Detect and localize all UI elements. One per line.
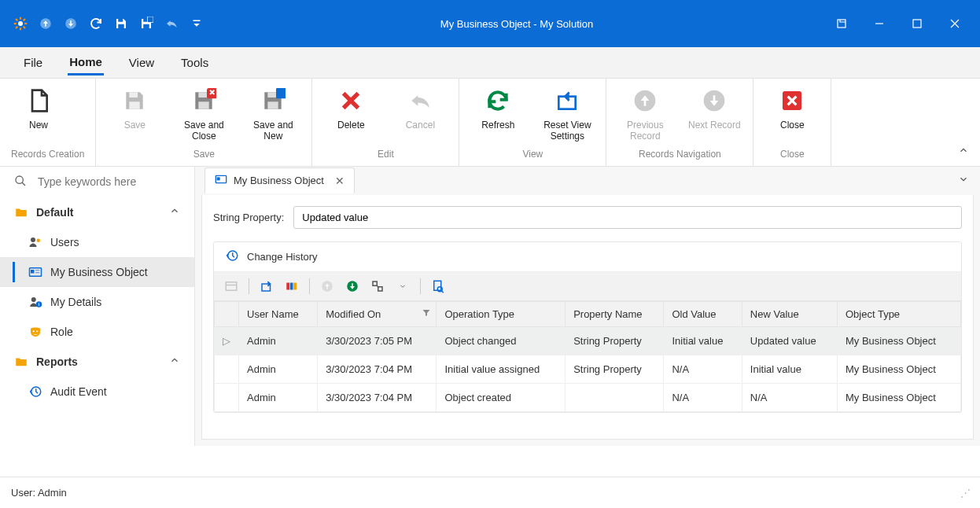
svg-point-0 — [18, 21, 23, 26]
folder-icon — [14, 355, 28, 369]
save-and-new-button[interactable]: Save and New — [245, 87, 300, 142]
window-title: My Business Object - My Solution — [208, 18, 826, 30]
save-icon[interactable] — [110, 13, 132, 35]
nav-my-business-object[interactable]: My Business Object — [0, 257, 194, 287]
save-close-icon[interactable] — [135, 13, 157, 35]
nav-users[interactable]: Users — [0, 227, 194, 257]
toolbar-columns-icon[interactable] — [281, 275, 303, 297]
ribbon-group-edit: Edit — [323, 149, 448, 163]
tab-overflow-button[interactable] — [958, 174, 969, 187]
table-row[interactable]: Admin 3/30/2023 7:04 PM Initial value as… — [215, 355, 961, 383]
resize-grip-icon[interactable]: ⋰ — [960, 487, 969, 499]
tab-close-icon[interactable]: ✕ — [335, 175, 344, 187]
arrow-down-circle-icon[interactable] — [60, 13, 82, 35]
menu-home[interactable]: Home — [68, 50, 104, 75]
table-row[interactable]: Admin 3/30/2023 7:04 PM Object created N… — [215, 383, 961, 411]
x-icon — [337, 87, 365, 115]
history-toolbar — [214, 272, 961, 301]
svg-rect-29 — [276, 88, 286, 98]
svg-line-8 — [24, 19, 25, 20]
ribbon-group-records-creation: Records Creation — [11, 149, 84, 163]
reset-view-icon — [553, 87, 581, 115]
history-icon — [225, 248, 239, 265]
history-grid: User Name Modified On Operation Type Pro… — [214, 301, 961, 412]
row-expander-icon[interactable]: ▷ — [215, 326, 239, 355]
toolbar-preview-icon[interactable] — [427, 275, 449, 297]
refresh-icon[interactable] — [85, 13, 107, 35]
card-icon — [215, 173, 227, 188]
svg-rect-28 — [268, 101, 278, 109]
svg-rect-58 — [293, 282, 297, 289]
ribbon-collapse-button[interactable] — [958, 145, 969, 158]
nav-role[interactable]: Role — [0, 317, 194, 347]
toolbar-new-inline-icon — [220, 275, 242, 297]
save-button: Save — [107, 87, 162, 142]
app-gear-icon[interactable] — [9, 13, 31, 35]
ribbon-group-close: Close — [764, 149, 820, 163]
chevron-up-icon — [169, 205, 180, 219]
col-new-value[interactable]: New Value — [742, 301, 837, 326]
save-and-close-button[interactable]: Save and Close — [176, 87, 231, 142]
refresh-arrows-icon — [484, 87, 512, 115]
nav-audit-event[interactable]: Audit Event — [0, 377, 194, 407]
menu-tools[interactable]: Tools — [179, 51, 210, 74]
svg-line-37 — [22, 182, 25, 186]
svg-rect-27 — [268, 92, 277, 98]
ribbon: New Records Creation Save Save and Close… — [0, 79, 980, 167]
qat-dropdown-icon[interactable] — [186, 13, 208, 35]
toolbar-export-dropdown-icon[interactable] — [392, 275, 414, 297]
arrow-down-icon — [700, 87, 728, 115]
menu-file[interactable]: File — [22, 51, 44, 74]
menu-view[interactable]: View — [127, 51, 156, 74]
svg-rect-57 — [290, 282, 293, 289]
window-pin-icon[interactable] — [826, 13, 857, 35]
new-button[interactable]: New — [11, 87, 66, 142]
toolbar-export-icon[interactable] — [367, 275, 389, 297]
reset-view-button[interactable]: Reset View Settings — [540, 87, 595, 142]
col-property-name[interactable]: Property Name — [566, 301, 664, 326]
search-input[interactable] — [38, 175, 180, 188]
nav-group-default[interactable]: Default — [0, 197, 194, 227]
svg-rect-24 — [199, 92, 208, 98]
col-object-type[interactable]: Object Type — [837, 301, 960, 326]
string-property-input[interactable] — [293, 206, 962, 229]
toolbar-open-icon[interactable] — [256, 275, 278, 297]
svg-point-39 — [37, 238, 41, 242]
col-operation-type[interactable]: Operation Type — [437, 301, 566, 326]
window-close-icon[interactable] — [939, 13, 971, 35]
col-user-name[interactable]: User Name — [239, 301, 318, 326]
close-button[interactable]: Close — [764, 87, 820, 142]
window-maximize-icon[interactable] — [901, 13, 933, 35]
folder-icon — [14, 205, 28, 219]
table-row[interactable]: ▷ Admin 3/30/2023 7:05 PM Object changed… — [215, 326, 961, 355]
col-old-value[interactable]: Old Value — [664, 301, 742, 326]
filter-icon[interactable] — [422, 308, 431, 320]
users-icon — [28, 235, 42, 249]
floppy-new-icon — [259, 87, 287, 115]
svg-rect-11 — [118, 19, 123, 22]
user-info-icon: i — [28, 295, 42, 309]
nav-group-reports[interactable]: Reports — [0, 347, 194, 377]
window-minimize-icon[interactable] — [864, 13, 895, 35]
tab-my-business-object[interactable]: My Business Object ✕ — [204, 167, 355, 193]
card-icon — [28, 265, 42, 279]
toolbar-up-icon — [316, 275, 338, 297]
delete-button[interactable]: Delete — [323, 87, 378, 142]
svg-point-36 — [16, 176, 23, 183]
svg-point-38 — [31, 237, 35, 242]
change-history-title: Change History — [247, 251, 318, 263]
svg-rect-12 — [118, 24, 124, 28]
undo-arrow-icon — [406, 87, 434, 115]
nav-my-details[interactable]: i My Details — [0, 287, 194, 317]
svg-rect-41 — [31, 270, 35, 274]
file-icon — [24, 87, 53, 115]
svg-rect-62 — [378, 287, 382, 291]
arrow-up-circle-icon[interactable] — [35, 13, 57, 35]
ribbon-group-view: View — [470, 149, 595, 163]
toolbar-down-icon[interactable] — [341, 275, 363, 297]
status-user: User: Admin — [11, 487, 67, 499]
col-modified-on[interactable]: Modified On — [318, 301, 437, 326]
svg-line-6 — [24, 27, 25, 28]
refresh-button[interactable]: Refresh — [470, 87, 525, 142]
undo-icon[interactable] — [160, 13, 182, 35]
